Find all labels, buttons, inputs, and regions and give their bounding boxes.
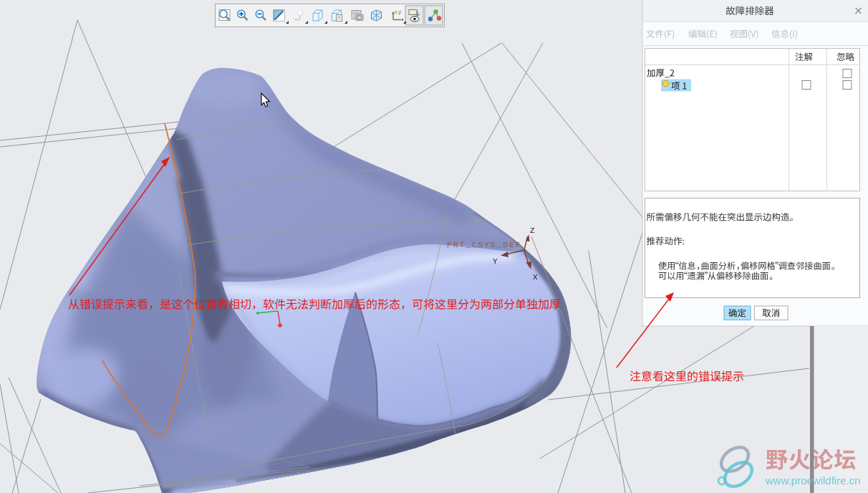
svg-text:Y: Y bbox=[493, 257, 498, 266]
svg-text:x,y: x,y bbox=[395, 9, 401, 15]
svg-text:X: X bbox=[533, 273, 538, 282]
svg-text:Z: Z bbox=[530, 226, 535, 235]
svg-text:www.proewildfire.cn: www.proewildfire.cn bbox=[765, 474, 861, 487]
svg-text:PRT_CSYS_DEF: PRT_CSYS_DEF bbox=[447, 241, 521, 249]
